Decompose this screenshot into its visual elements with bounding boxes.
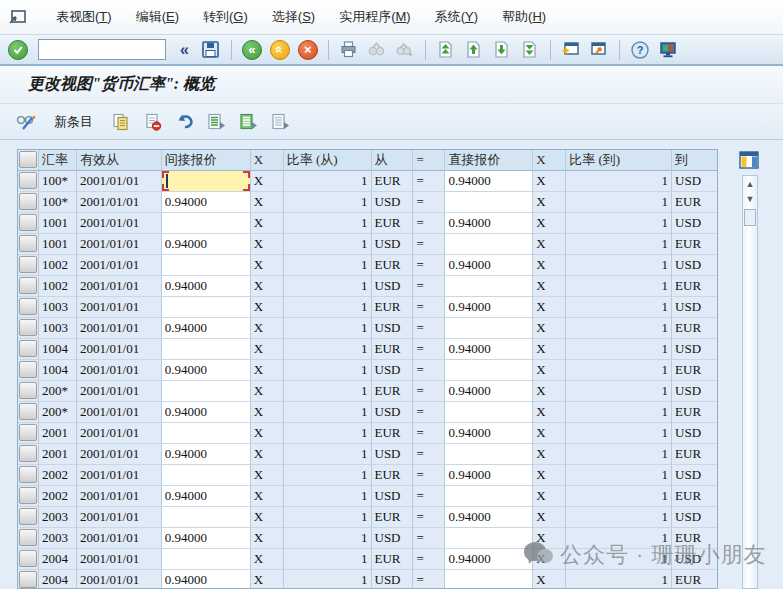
row-selector[interactable] bbox=[18, 486, 39, 507]
deselect-all-button[interactable] bbox=[269, 110, 293, 134]
cell-x2[interactable]: X bbox=[533, 444, 566, 465]
row-selector[interactable] bbox=[18, 255, 39, 276]
cell-x1[interactable]: X bbox=[251, 255, 284, 276]
cell-rate-type[interactable]: 200* bbox=[39, 402, 77, 423]
cell-to-currency[interactable]: USD bbox=[672, 213, 717, 234]
delete-line-button[interactable] bbox=[141, 110, 165, 134]
cell-ratio-to[interactable]: 1 bbox=[566, 507, 672, 528]
cell-from-currency[interactable]: USD bbox=[372, 486, 414, 507]
cell-direct-quote[interactable] bbox=[445, 486, 533, 507]
cell-from-currency[interactable]: EUR bbox=[372, 423, 414, 444]
cell-to-currency[interactable]: EUR bbox=[672, 444, 717, 465]
cell-indirect-quote[interactable] bbox=[162, 507, 251, 528]
cell-from-currency[interactable]: EUR bbox=[372, 255, 414, 276]
cell-valid-from[interactable]: 2001/01/01 bbox=[77, 423, 162, 444]
cell-x2[interactable]: X bbox=[533, 465, 566, 486]
cell-ratio-from[interactable]: 1 bbox=[284, 528, 372, 549]
cell-x1[interactable]: X bbox=[251, 444, 284, 465]
row-selector[interactable] bbox=[18, 570, 39, 589]
cell-direct-quote[interactable] bbox=[445, 528, 533, 549]
cell-x1[interactable]: X bbox=[251, 507, 284, 528]
cell-ratio-from[interactable]: 1 bbox=[284, 570, 372, 589]
row-selector[interactable] bbox=[18, 234, 39, 255]
cell-indirect-quote[interactable]: 0.94000 bbox=[162, 318, 251, 339]
cell-ratio-from[interactable]: 1 bbox=[284, 192, 372, 213]
cell-from-currency[interactable]: EUR bbox=[372, 297, 414, 318]
cell-x1[interactable]: X bbox=[251, 192, 284, 213]
cell-x2[interactable]: X bbox=[533, 192, 566, 213]
cell-indirect-quote[interactable]: 0.94000 bbox=[162, 486, 251, 507]
scrollbar-thumb[interactable] bbox=[744, 209, 756, 226]
vertical-scrollbar[interactable]: ▲ ▼ bbox=[742, 175, 758, 589]
row-selector[interactable] bbox=[18, 381, 39, 402]
cell-x2[interactable]: X bbox=[533, 507, 566, 528]
select-block-button[interactable] bbox=[237, 110, 261, 134]
cell-ratio-from[interactable]: 1 bbox=[284, 486, 372, 507]
cell-rate-type[interactable]: 2004 bbox=[39, 570, 77, 589]
collapse-toolbar-button[interactable]: « bbox=[174, 41, 195, 59]
col-header-to[interactable]: 到 bbox=[672, 150, 717, 171]
previous-page-button[interactable] bbox=[462, 38, 486, 62]
cell-rate-type[interactable]: 1004 bbox=[39, 360, 77, 381]
cell-ratio-to[interactable]: 1 bbox=[566, 570, 672, 589]
scroll-up-icon[interactable]: ▲ bbox=[743, 176, 757, 191]
exit-button[interactable]: « bbox=[268, 38, 292, 62]
row-selector[interactable] bbox=[18, 402, 39, 423]
cell-direct-quote[interactable]: 0.94000 bbox=[445, 255, 533, 276]
cell-rate-type[interactable]: 100* bbox=[39, 192, 77, 213]
cell-x1[interactable]: X bbox=[251, 360, 284, 381]
cell-ratio-from[interactable]: 1 bbox=[284, 318, 372, 339]
cell-direct-quote[interactable] bbox=[445, 444, 533, 465]
cell-valid-from[interactable]: 2001/01/01 bbox=[77, 213, 162, 234]
cell-direct-quote[interactable] bbox=[445, 360, 533, 381]
save-button[interactable] bbox=[199, 38, 223, 62]
cell-x1[interactable]: X bbox=[251, 381, 284, 402]
col-header-valid-from[interactable]: 有效从 bbox=[77, 150, 162, 171]
scroll-down-icon[interactable]: ▼ bbox=[743, 191, 757, 206]
row-selector[interactable] bbox=[18, 360, 39, 381]
display-change-button[interactable] bbox=[14, 110, 38, 134]
cell-x1[interactable]: X bbox=[251, 297, 284, 318]
undo-button[interactable] bbox=[173, 110, 197, 134]
cell-ratio-to[interactable]: 1 bbox=[566, 549, 672, 570]
col-header-x2[interactable]: X bbox=[533, 150, 566, 171]
cell-from-currency[interactable]: USD bbox=[372, 444, 414, 465]
cell-valid-from[interactable]: 2001/01/01 bbox=[77, 528, 162, 549]
copy-as-button[interactable] bbox=[109, 110, 133, 134]
cell-ratio-from[interactable]: 1 bbox=[284, 444, 372, 465]
cell-to-currency[interactable]: EUR bbox=[672, 486, 717, 507]
cell-x1[interactable]: X bbox=[251, 570, 284, 589]
cell-to-currency[interactable]: USD bbox=[672, 423, 717, 444]
cell-rate-type[interactable]: 200* bbox=[39, 381, 77, 402]
cell-rate-type[interactable]: 2002 bbox=[39, 465, 77, 486]
command-field[interactable]: ▼ bbox=[38, 39, 166, 60]
cell-valid-from[interactable]: 2001/01/01 bbox=[77, 339, 162, 360]
row-selector[interactable] bbox=[18, 339, 39, 360]
cell-valid-from[interactable]: 2001/01/01 bbox=[77, 276, 162, 297]
cell-rate-type[interactable]: 2003 bbox=[39, 507, 77, 528]
col-header-from[interactable]: 从 bbox=[372, 150, 414, 171]
row-selector[interactable] bbox=[18, 192, 39, 213]
menu-goto[interactable]: 转到(G) bbox=[191, 4, 260, 30]
new-session-button[interactable] bbox=[559, 38, 583, 62]
cell-to-currency[interactable]: EUR bbox=[672, 402, 717, 423]
cell-from-currency[interactable]: EUR bbox=[372, 507, 414, 528]
cell-direct-quote[interactable]: 0.94000 bbox=[445, 465, 533, 486]
cell-from-currency[interactable]: USD bbox=[372, 192, 414, 213]
cell-direct-quote[interactable]: 0.94000 bbox=[445, 171, 533, 192]
cell-ratio-to[interactable]: 1 bbox=[566, 381, 672, 402]
system-menu-icon[interactable] bbox=[8, 7, 30, 27]
cell-ratio-from[interactable]: 1 bbox=[284, 402, 372, 423]
cell-valid-from[interactable]: 2001/01/01 bbox=[77, 192, 162, 213]
help-button[interactable]: ? bbox=[628, 38, 652, 62]
cell-ratio-from[interactable]: 1 bbox=[284, 381, 372, 402]
next-page-button[interactable] bbox=[490, 38, 514, 62]
cell-indirect-quote[interactable] bbox=[162, 255, 251, 276]
cell-from-currency[interactable]: EUR bbox=[372, 465, 414, 486]
row-selector[interactable] bbox=[18, 171, 39, 192]
cell-valid-from[interactable]: 2001/01/01 bbox=[77, 549, 162, 570]
cell-from-currency[interactable]: EUR bbox=[372, 171, 414, 192]
cell-indirect-quote[interactable] bbox=[162, 339, 251, 360]
menu-utilities[interactable]: 实用程序(M) bbox=[327, 4, 423, 30]
cell-to-currency[interactable]: USD bbox=[672, 507, 717, 528]
